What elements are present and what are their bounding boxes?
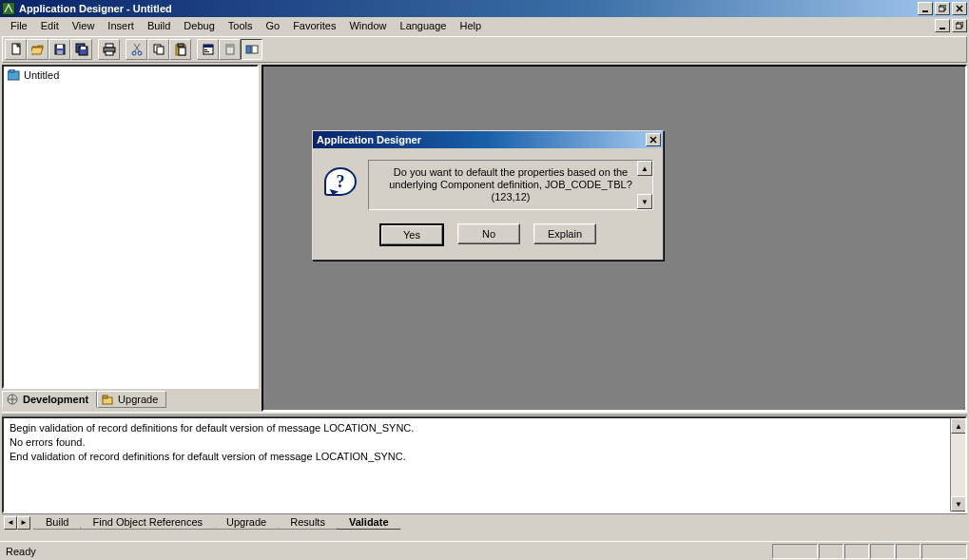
menu-edit[interactable]: Edit bbox=[34, 19, 66, 32]
scroll-up-icon[interactable]: ▲ bbox=[951, 418, 966, 434]
status-cell bbox=[870, 544, 895, 559]
tab-development-label: Development bbox=[23, 394, 88, 405]
scroll-down-icon[interactable]: ▼ bbox=[637, 194, 652, 209]
tab-results[interactable]: Results bbox=[278, 515, 338, 530]
svg-rect-15 bbox=[106, 51, 113, 55]
log-line: No errors found. bbox=[10, 435, 959, 450]
svg-rect-12 bbox=[81, 47, 86, 49]
svg-rect-19 bbox=[157, 47, 164, 54]
no-button[interactable]: No bbox=[457, 223, 520, 244]
svg-rect-13 bbox=[106, 44, 113, 48]
open-button[interactable] bbox=[27, 39, 48, 60]
question-icon: ? bbox=[322, 164, 359, 200]
svg-rect-35 bbox=[103, 396, 107, 398]
svg-rect-22 bbox=[179, 48, 185, 55]
confirm-dialog: Application Designer ? Do you want to de… bbox=[312, 130, 664, 261]
window-title: Application Designer - Untitled bbox=[19, 3, 172, 14]
scroll-up-icon[interactable]: ▲ bbox=[637, 161, 652, 176]
svg-rect-29 bbox=[246, 46, 251, 53]
output-text[interactable]: Begin validation of record definitions f… bbox=[2, 416, 967, 513]
svg-rect-25 bbox=[204, 49, 207, 50]
project-pane: Untitled Development Upgrade bbox=[2, 65, 259, 412]
tab-find-object-references[interactable]: Find Object References bbox=[80, 515, 215, 530]
output-tabstrip: ◄ ► Build Find Object References Upgrade… bbox=[2, 513, 967, 531]
development-icon bbox=[7, 394, 20, 405]
tree-root-item[interactable]: Untitled bbox=[6, 68, 255, 82]
status-cell bbox=[819, 544, 843, 559]
toolbar bbox=[2, 36, 967, 63]
dialog-title: Application Designer bbox=[317, 134, 421, 145]
tab-build[interactable]: Build bbox=[33, 515, 81, 530]
svg-rect-9 bbox=[57, 50, 63, 54]
svg-rect-32 bbox=[10, 69, 14, 72]
menu-help[interactable]: Help bbox=[453, 19, 488, 32]
status-cell bbox=[772, 544, 818, 559]
yes-button[interactable]: Yes bbox=[379, 223, 444, 246]
app-icon bbox=[2, 2, 15, 15]
paste-button[interactable] bbox=[169, 39, 191, 60]
menu-insert[interactable]: Insert bbox=[101, 19, 141, 32]
dialog-message-scrollbar[interactable]: ▲ ▼ bbox=[637, 161, 652, 209]
tab-upgrade[interactable]: Upgrade bbox=[97, 391, 166, 408]
status-text: Ready bbox=[2, 546, 36, 557]
svg-rect-21 bbox=[178, 44, 184, 47]
restore-button[interactable] bbox=[935, 2, 950, 15]
tab-development[interactable]: Development bbox=[2, 391, 97, 408]
mdi-minimize-button[interactable] bbox=[935, 19, 950, 32]
dialog-button-row: Yes No Explain bbox=[322, 223, 653, 246]
dialog-message-line: Do you want to default the properties ba… bbox=[373, 166, 649, 179]
menu-tools[interactable]: Tools bbox=[222, 19, 260, 32]
dialog-close-button[interactable] bbox=[646, 133, 661, 146]
upgrade-icon bbox=[102, 394, 115, 405]
output-pane: Begin validation of record definitions f… bbox=[2, 416, 967, 531]
mdi-restore-button[interactable] bbox=[952, 19, 967, 32]
status-cell bbox=[844, 544, 869, 559]
dialog-titlebar[interactable]: Application Designer bbox=[313, 131, 663, 148]
menu-favorites[interactable]: Favorites bbox=[286, 19, 342, 32]
tab-upgrade-label: Upgrade bbox=[118, 394, 158, 405]
scroll-track[interactable] bbox=[951, 434, 965, 496]
tab-validate[interactable]: Validate bbox=[337, 515, 401, 530]
svg-rect-5 bbox=[956, 24, 961, 29]
explain-button[interactable]: Explain bbox=[533, 223, 596, 244]
toggle-button[interactable] bbox=[241, 39, 262, 60]
svg-rect-0 bbox=[922, 10, 928, 12]
scroll-down-icon[interactable]: ▼ bbox=[951, 496, 966, 512]
menu-window[interactable]: Window bbox=[342, 19, 393, 32]
log-line: Begin validation of record definitions f… bbox=[10, 421, 959, 435]
svg-rect-24 bbox=[203, 45, 213, 48]
minimize-button[interactable] bbox=[918, 2, 933, 15]
svg-rect-28 bbox=[226, 45, 234, 48]
copy-button[interactable] bbox=[147, 39, 169, 60]
status-cell bbox=[921, 544, 967, 559]
log-line: End validation of record definitions for… bbox=[10, 450, 959, 464]
dialog-message-line: underlying Component definition, JOB_COD… bbox=[373, 179, 649, 191]
save-button[interactable] bbox=[48, 39, 70, 60]
cut-button[interactable] bbox=[126, 39, 147, 60]
menu-debug[interactable]: Debug bbox=[177, 19, 221, 32]
menu-view[interactable]: View bbox=[66, 19, 102, 32]
output-scrollbar[interactable]: ▲ ▼ bbox=[950, 418, 965, 512]
tabstrip-prev-icon[interactable]: ◄ bbox=[4, 516, 17, 530]
window-titlebar: Application Designer - Untitled bbox=[0, 0, 969, 17]
new-button[interactable] bbox=[5, 39, 27, 60]
tab-upgrade-output[interactable]: Upgrade bbox=[214, 515, 279, 530]
save-all-button[interactable] bbox=[70, 39, 92, 60]
project-tree[interactable]: Untitled bbox=[2, 65, 259, 389]
menu-file[interactable]: File bbox=[4, 19, 34, 32]
menubar: File Edit View Insert Build Debug Tools … bbox=[0, 17, 969, 34]
project-button[interactable] bbox=[219, 39, 241, 60]
svg-rect-30 bbox=[252, 46, 258, 53]
close-button[interactable] bbox=[952, 2, 967, 15]
project-tabs: Development Upgrade bbox=[2, 391, 259, 412]
print-button[interactable] bbox=[98, 39, 120, 60]
horizontal-splitter[interactable] bbox=[2, 412, 967, 415]
dialog-body: ? Do you want to default the properties … bbox=[313, 148, 663, 260]
dialog-message: Do you want to default the properties ba… bbox=[368, 160, 653, 210]
menu-build[interactable]: Build bbox=[141, 19, 177, 32]
menu-go[interactable]: Go bbox=[259, 19, 286, 32]
menu-language[interactable]: Language bbox=[394, 19, 454, 32]
properties-button[interactable] bbox=[197, 39, 219, 60]
status-cell bbox=[896, 544, 921, 559]
tabstrip-next-icon[interactable]: ► bbox=[17, 516, 30, 530]
